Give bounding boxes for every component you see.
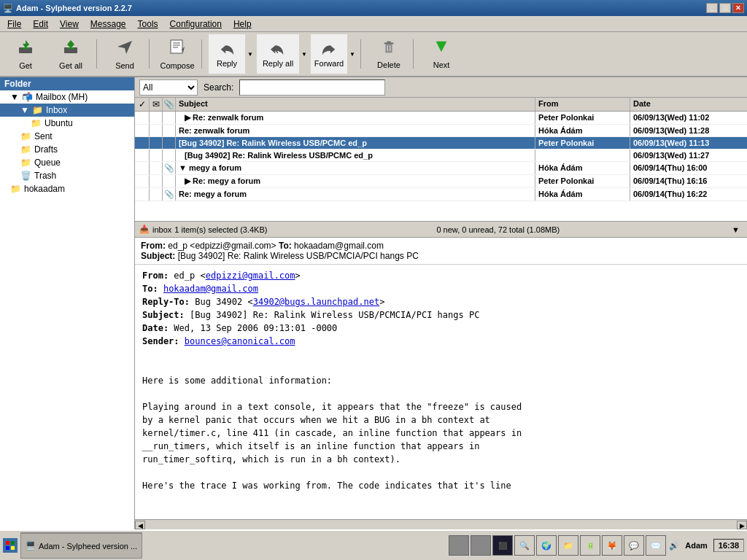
current-folder: inbox <box>152 225 171 234</box>
msglist-dropdown[interactable]: ▼ <box>729 225 743 234</box>
row-check[interactable] <box>135 175 150 187</box>
forward-dropdown-button[interactable]: ▼ <box>347 34 357 74</box>
reply-all-dropdown-button[interactable]: ▼ <box>299 34 309 74</box>
compose-button[interactable]: Compose <box>156 34 198 74</box>
menu-file[interactable]: File <box>1 18 27 31</box>
table-row[interactable]: 📎 Re: megy a forum Hóka Ádám 06/09/14(Th… <box>135 188 747 201</box>
table-row[interactable]: ▶ Re: megy a forum Peter Polonkai 06/09/… <box>135 175 747 188</box>
reply-dropdown-button[interactable]: ▼ <box>245 34 255 74</box>
row-icon <box>150 162 163 174</box>
menu-view[interactable]: View <box>54 18 85 31</box>
folder-header: Folder <box>0 77 134 90</box>
get-icon <box>17 38 34 60</box>
row-check[interactable] <box>135 137 150 149</box>
start-icon[interactable] <box>3 538 18 553</box>
desktop-icon <box>449 535 469 556</box>
close-button[interactable]: ✕ <box>732 3 744 13</box>
row-attach: 📎 <box>163 188 176 201</box>
forward-label: Forward <box>314 59 344 68</box>
row-check[interactable] <box>135 112 150 124</box>
table-row[interactable]: 📎 ▼ megy a forum Hóka Ádám 06/09/14(Thu)… <box>135 162 747 175</box>
row-date: 06/09/13(Wed) 11:27 <box>630 149 747 161</box>
folder-label: Trash <box>34 171 56 181</box>
svg-marker-6 <box>71 40 74 48</box>
row-check[interactable] <box>135 149 150 161</box>
toolbar-separator-4 <box>360 39 365 69</box>
menu-tools[interactable]: Tools <box>132 18 164 31</box>
reply-all-button[interactable]: Reply all <box>257 34 299 74</box>
scroll-left-btn[interactable]: ◀ <box>135 521 145 529</box>
username-display: Adam <box>682 541 711 550</box>
menu-help[interactable]: Help <box>228 18 258 31</box>
svg-rect-16 <box>387 42 391 43</box>
row-from: Hóka Ádám <box>535 125 630 136</box>
menu-message[interactable]: Message <box>85 18 132 31</box>
folder-item-inbox[interactable]: ▼ 📁 Inbox <box>0 104 134 117</box>
horizontal-scrollbar[interactable]: ◀ ▶ <box>135 519 747 529</box>
ubuntu-icon: 📁 <box>31 118 42 128</box>
clock: 16:38 <box>713 539 744 552</box>
svg-rect-22 <box>6 546 9 550</box>
reply-button[interactable]: Reply <box>209 34 245 74</box>
toolbar-separator-5 <box>413 39 417 69</box>
send-label: Send <box>115 61 134 70</box>
menu-configuration[interactable]: Configuration <box>164 18 228 31</box>
scroll-track[interactable] <box>147 522 735 528</box>
folder-item-trash[interactable]: 🗑️ Trash <box>0 169 134 182</box>
titlebar-controls: _ □ ✕ <box>706 3 744 13</box>
row-check[interactable] <box>135 162 150 174</box>
filter-dropdown[interactable]: All Unread Read Marked Deleted <box>139 79 198 96</box>
folder-label: Mailbox (MH) <box>36 92 88 102</box>
inbox-icon-small: 📥 <box>139 225 150 234</box>
table-row[interactable]: [Bug 34902] Re: Ralink Wireless USB/PCMC… <box>135 149 747 162</box>
row-from: Hóka Ádám <box>535 162 630 174</box>
drafts-icon: 📁 <box>20 144 31 155</box>
table-row[interactable]: [Bug 34902] Re: Ralink Wireless USB/PCMC… <box>135 137 747 149</box>
trash-icon: 🗑️ <box>20 171 31 181</box>
app-icon: 🖥️ <box>3 4 13 13</box>
reply-icon <box>219 40 235 58</box>
folder-item-hokaadam[interactable]: 📁 hokaadam <box>0 182 134 195</box>
get-button[interactable]: Get <box>4 34 47 74</box>
scroll-right-btn[interactable]: ▶ <box>737 521 747 529</box>
table-row[interactable]: Re: zenwalk forum Hóka Ádám 06/09/13(Wed… <box>135 125 747 137</box>
from-label: From: <box>141 241 166 251</box>
body-to-line: To: hokaadam@gmail.com <box>142 282 740 295</box>
get-all-icon <box>62 38 80 60</box>
menu-edit[interactable]: Edit <box>27 18 54 31</box>
row-from <box>535 149 630 161</box>
send-button[interactable]: Send <box>104 34 146 74</box>
forward-button[interactable]: Forward <box>311 34 347 74</box>
svg-rect-21 <box>11 541 15 545</box>
row-check[interactable] <box>135 188 150 201</box>
msglist-status-left: 📥 inbox 1 item(s) selected (3.4KB) <box>139 225 267 234</box>
next-icon <box>433 39 449 59</box>
volume-slider[interactable]: 🔊 <box>669 541 679 551</box>
folder-label: Ubuntu <box>44 118 73 128</box>
folder-item-drafts[interactable]: 📁 Drafts <box>0 143 134 156</box>
taskbar-sylpheed-button[interactable]: 🖥️ Adam - Sylpheed version ... <box>20 532 142 559</box>
toolbar-separator-2 <box>149 39 153 69</box>
preview-from-line: From: ed_p <edpizzi@gmail.com> To: hokaa… <box>141 241 741 251</box>
to-value: hokaadam@gmail.com <box>294 241 384 251</box>
message-list: ✓ ✉ 📎 Subject From Date ▶ Re: zenwalk fo… <box>135 98 747 222</box>
get-all-button[interactable]: Get all <box>48 34 93 74</box>
row-check[interactable] <box>135 125 150 136</box>
folder-item-mailbox[interactable]: ▼ 📬 Mailbox (MH) <box>0 90 134 104</box>
forward-icon <box>321 40 337 58</box>
reply-all-split: Reply all ▼ <box>257 34 309 74</box>
delete-button[interactable]: Delete <box>368 34 410 74</box>
svg-rect-14 <box>385 44 392 52</box>
menubar: File Edit View Message Tools Configurati… <box>0 16 747 32</box>
minimize-button[interactable]: _ <box>706 3 718 13</box>
row-from: Hóka Ádám <box>535 188 630 201</box>
folder-item-sent[interactable]: 📁 Sent <box>0 130 134 143</box>
row-subject: [Bug 34902] Re: Ralink Wireless USB/PCMC… <box>176 149 535 161</box>
folder-item-ubuntu[interactable]: 📁 Ubuntu <box>0 117 134 130</box>
table-row[interactable]: ▶ Re: zenwalk forum Peter Polonkai 06/09… <box>135 112 747 125</box>
next-button[interactable]: Next <box>420 34 462 74</box>
folder-item-queue[interactable]: 📁 Queue <box>0 156 134 169</box>
search-input[interactable] <box>239 79 385 96</box>
maximize-button[interactable]: □ <box>719 3 731 13</box>
get-all-label: Get all <box>59 61 82 70</box>
